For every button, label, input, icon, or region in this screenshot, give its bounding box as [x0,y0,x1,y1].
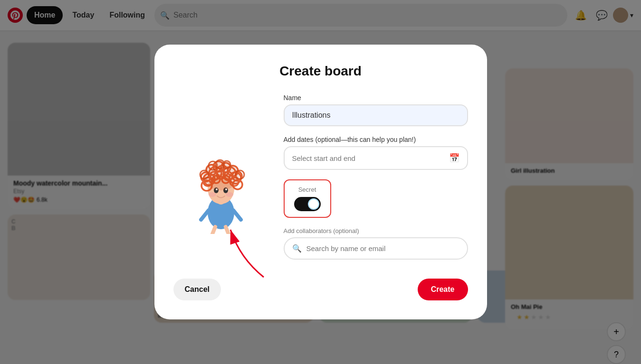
svg-line-4 [233,210,241,220]
create-button[interactable]: Create [418,279,468,300]
svg-line-3 [201,210,209,220]
secret-label: Secret [298,186,316,193]
name-input[interactable] [284,104,468,126]
modal-overlay[interactable]: Create board [0,0,641,364]
secret-section: Secret [284,179,331,218]
character-illustration [178,120,264,234]
collaborators-label: Add collaborators (optional) [284,227,468,234]
dates-label: Add dates (optional—this can help you pl… [284,136,468,143]
create-board-modal: Create board [154,45,487,319]
secret-field: Secret [284,179,468,218]
modal-title: Create board [173,64,468,79]
cancel-button[interactable]: Cancel [173,279,221,300]
dates-placeholder: Select start and end [292,154,449,162]
secret-toggle[interactable] [294,197,321,211]
calendar-icon: 📅 [449,153,459,163]
name-label: Name [284,94,468,102]
modal-footer: Cancel Create [173,279,468,300]
modal-form: Name Add dates (optional—this can help y… [284,94,468,260]
collaborator-search-wrap: 🔍 [284,237,468,260]
search-icon: 🔍 [292,244,302,253]
svg-point-12 [226,192,233,197]
collaborators-field: Add collaborators (optional) 🔍 [284,227,468,260]
dates-field: Add dates (optional—this can help you pl… [284,136,468,170]
svg-point-11 [209,192,216,197]
modal-illustration [173,94,268,260]
toggle-knob [308,198,319,210]
dates-input[interactable]: Select start and end 📅 [284,146,468,170]
modal-body: Name Add dates (optional—this can help y… [173,94,468,260]
name-field: Name [284,94,468,126]
svg-line-1 [212,227,215,234]
svg-line-2 [226,227,229,234]
collaborator-search-input[interactable] [306,244,459,252]
